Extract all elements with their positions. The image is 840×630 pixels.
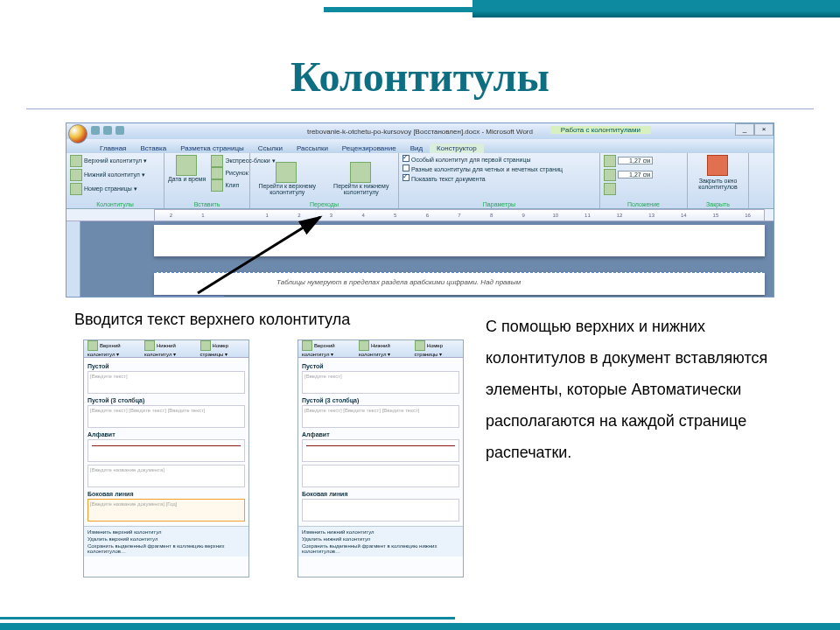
group-vstavit: Дата и время Экспресс-блоки ▾РисунокКлип… <box>164 153 250 208</box>
gallery-footer-item[interactable]: Изменить верхний колонтитул <box>88 528 245 536</box>
window-buttons[interactable]: _ × <box>735 123 774 136</box>
header-tag: Верхний колонтитул <box>154 296 224 298</box>
minimize-button[interactable]: _ <box>735 123 754 136</box>
gallery-item[interactable]: [Введите текст] <box>88 371 245 394</box>
ribbon-tab[interactable]: Главная <box>93 144 133 153</box>
goto-button[interactable]: Перейти к нижнему колонтитулу <box>328 162 396 195</box>
ruler-mark: 6 <box>411 213 444 218</box>
ribbon-tab[interactable]: Ссылки <box>251 144 290 153</box>
group-label: Вставить <box>168 201 246 208</box>
gallery-section-title: Пустой (3 столбца) <box>302 397 459 403</box>
ruler-mark: 13 <box>635 213 668 218</box>
ribbon-tab[interactable]: Вид <box>403 144 430 153</box>
group-label: Параметры <box>402 201 596 208</box>
option-checkbox[interactable]: Разные колонтитулы для четных и нечетных… <box>402 164 596 172</box>
header-bottom-spinner[interactable]: 1,27 см <box>604 169 683 181</box>
header-footer-button[interactable]: Номер страницы ▾ <box>70 183 160 195</box>
office-button[interactable] <box>68 124 88 144</box>
group-perekhody: Перейти к верхнему колонтитулуПерейти к … <box>250 153 399 208</box>
header-edit-zone[interactable]: Верхний колонтитул Таблицы нумеруют в пр… <box>154 272 765 295</box>
gallery-item[interactable]: [Введите текст] <box>302 371 459 394</box>
option-checkbox[interactable]: Показать текст документа <box>402 174 596 182</box>
insert-icon <box>211 179 223 192</box>
ruler-mark: 10 <box>540 213 572 218</box>
ribbon: Верхний колонтитул ▾Нижний колонтитул ▾Н… <box>66 153 774 209</box>
ruler-mark: 3 <box>315 213 347 218</box>
ruler-mark: 4 <box>347 213 380 218</box>
page-icon <box>200 340 211 351</box>
gallery-top-button[interactable]: Нижний колонтитул ▾ <box>359 340 410 357</box>
gallery-footer-item[interactable]: Удалить нижний колонтитул <box>302 536 459 542</box>
date-time-button[interactable]: Дата и время <box>168 176 206 182</box>
header-top-spinner[interactable]: 1,27 см <box>604 155 683 167</box>
close-button[interactable]: × <box>754 123 774 136</box>
ruler-mark: 8 <box>475 213 508 218</box>
ruler-mark: 9 <box>508 213 540 218</box>
group-label: Колонтитулы <box>70 201 160 208</box>
ruler-mark: 15 <box>700 213 732 218</box>
word-screenshot: trebovanie-k-otchetu-po-kursovoy [Восста… <box>66 122 774 298</box>
ruler-mark: 14 <box>668 213 700 218</box>
gallery-footer-item[interactable]: Сохранить выделенный фрагмент в коллекци… <box>302 542 459 555</box>
gallery-item[interactable]: [Введите текст] [Введите текст] [Введите… <box>88 405 245 428</box>
ruler-mark: 2 <box>284 213 316 218</box>
page-icon <box>359 340 369 351</box>
page-icon <box>70 169 82 181</box>
gallery-footer-item[interactable]: Изменить нижний колонтитул <box>302 528 459 536</box>
slide-divider <box>26 108 814 109</box>
ribbon-tab[interactable]: Рассылки <box>290 144 335 153</box>
gallery-item[interactable] <box>302 465 459 487</box>
gallery-top-button[interactable]: Верхний колонтитул ▾ <box>88 340 139 357</box>
placeholder-text: [Введите текст] <box>90 374 242 379</box>
group-kolontituly: Верхний колонтитул ▾Нижний колонтитул ▾Н… <box>66 153 164 208</box>
titlebar-text: trebovanie-k-otchetu-po-kursovoy [Восста… <box>66 128 774 136</box>
gallery-top-button[interactable]: Номер страницы ▾ <box>200 340 245 357</box>
calendar-icon[interactable] <box>176 155 197 176</box>
gallery-section-title: Пустой <box>88 363 245 369</box>
group-label: Переходы <box>254 201 395 208</box>
gallery-item[interactable]: [Введите текст] [Введите текст] [Введите… <box>302 405 459 428</box>
placeholder-text: [Введите текст] [Введите текст] [Введите… <box>304 408 457 413</box>
ribbon-tab[interactable]: Разметка страницы <box>173 144 251 153</box>
gallery-item[interactable]: [Введите название документа] <box>88 465 245 487</box>
option-checkbox[interactable]: Особый колонтитул для первой страницы <box>402 155 596 163</box>
close-header-button[interactable]: Закрыть окно колонтитулов <box>691 178 745 190</box>
ribbon-tab[interactable]: Конструктор <box>430 144 484 153</box>
slide-deco-bottom <box>0 623 840 630</box>
gallery-item[interactable] <box>88 439 245 462</box>
gallery-section-title: Алфавит <box>302 431 459 438</box>
gallery-footer-item[interactable]: Сохранить выделенный фрагмент в коллекци… <box>88 542 245 555</box>
group-label: Положение <box>604 201 683 208</box>
header-footer-button[interactable]: Верхний колонтитул ▾ <box>70 155 160 167</box>
checkbox-icon <box>402 155 410 162</box>
ruler-mark: 7 <box>444 213 476 218</box>
slide-deco-bar-thin <box>324 7 472 12</box>
placeholder-text: [Введите текст] [Введите текст] [Введите… <box>90 408 242 413</box>
gallery-top-button[interactable]: Номер страницы ▾ <box>415 340 459 357</box>
ruler-horizontal[interactable]: 2112345678910111213141516 <box>66 209 774 221</box>
gallery-top-button[interactable]: Нижний колонтитул ▾ <box>144 340 195 357</box>
close-header-icon[interactable] <box>707 155 728 176</box>
gallery-item[interactable] <box>302 499 459 522</box>
goto-button[interactable]: Перейти к верхнему колонтитулу <box>254 162 321 195</box>
tab-align-button[interactable] <box>604 183 683 195</box>
ruler-mark: 5 <box>379 213 411 218</box>
gallery-section-title: Алфавит <box>88 431 245 438</box>
arrow-icon <box>350 162 371 183</box>
gallery-top-button[interactable]: Верхний колонтитул ▾ <box>302 340 354 357</box>
ribbon-tab[interactable]: Рецензирование <box>335 144 403 153</box>
ruler-vertical[interactable] <box>66 221 80 298</box>
document-area[interactable]: Верхний колонтитул Таблицы нумеруют в пр… <box>66 221 774 298</box>
gallery-footer-item[interactable]: Удалить верхний колонтитул <box>88 536 245 542</box>
page-icon <box>88 340 98 351</box>
header-footer-button[interactable]: Нижний колонтитул ▾ <box>70 169 160 181</box>
gallery-item[interactable]: [Введите название документа] [Год] <box>88 499 245 522</box>
ruler-mark: 1 <box>251 213 284 218</box>
arrow-icon <box>276 162 297 183</box>
gallery-item[interactable] <box>302 439 459 462</box>
ruler-mark: 11 <box>571 213 604 218</box>
page-icon <box>144 340 155 351</box>
caption-left: Вводится текст верхнего колонтитула <box>74 311 350 329</box>
quick-access-toolbar[interactable] <box>91 126 124 135</box>
ribbon-tab[interactable]: Вставка <box>133 144 173 153</box>
